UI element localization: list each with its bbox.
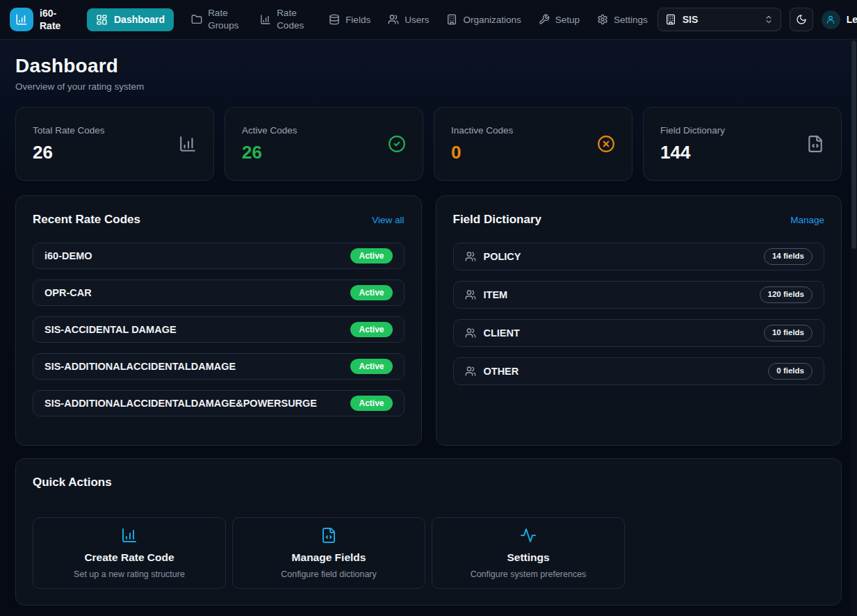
quick-actions-grid: Create Rate Code Set up a new rating str… [33,517,824,589]
nav-dashboard[interactable]: Dashboard [87,8,174,31]
database-icon [329,14,340,25]
field-category-row[interactable]: POLICY 14 fields [453,243,825,270]
quick-actions-panel: Quick Actions Create Rate Code Set up a … [15,458,842,606]
main-nav: Dashboard Rate Groups Rate Codes Fields … [87,7,648,31]
nav-organizations[interactable]: Organizations [446,14,521,25]
chevrons-up-down-icon [764,15,774,24]
organization-select[interactable]: SIS [658,8,781,31]
rate-code-row[interactable]: SIS-ADDITIONALACCIDENTALDAMAGE Active [33,353,405,380]
nav-fields[interactable]: Fields [329,14,370,25]
stat-card-active-codes: Active Codes 26 [225,107,423,181]
stat-label: Field Dictionary [660,125,725,136]
rate-code-row[interactable]: SIS-ACCIDENTAL DAMAGE Active [33,316,405,343]
scrollbar-thumb[interactable] [851,40,856,249]
layout-dashboard-icon [96,14,108,26]
status-badge: Active [350,248,392,264]
status-badge: Active [350,285,392,300]
theme-toggle-button[interactable] [790,8,813,31]
nav-users[interactable]: Users [388,14,429,25]
page-subtitle: Overview of your rating system [15,81,842,92]
quick-action-create-rate-code[interactable]: Create Rate Code Set up a new rating str… [33,517,226,589]
user-icon [826,15,835,24]
rate-code-row[interactable]: i60-DEMO Active [33,243,405,269]
user-name: Leon [847,14,857,25]
panel-title: Field Dictionary [453,213,542,227]
nav-organizations-label: Organizations [463,15,521,25]
nav-right-controls: SIS Leon [658,8,857,31]
nav-settings-label: Settings [614,15,648,25]
field-count-badge: 14 fields [764,248,813,265]
nav-rate-groups-label: Rate Groups [208,7,243,31]
panel-title: Quick Actions [33,476,824,489]
users-icon [465,289,476,300]
gear-icon [597,14,608,25]
nav-rate-groups[interactable]: Rate Groups [191,7,243,31]
rate-code-list: i60-DEMO Active OPR-CAR Active SIS-ACCID… [33,243,405,416]
nav-setup[interactable]: Setup [539,14,580,25]
stat-label: Total Rate Codes [33,125,105,136]
user-menu[interactable]: Leon [822,10,857,29]
users-icon [388,14,399,25]
nav-settings[interactable]: Settings [597,14,648,25]
quick-action-manage-fields[interactable]: Manage Fields Configure field dictionary [232,517,425,589]
field-count-badge: 10 fields [764,325,813,341]
x-circle-icon [597,135,615,153]
rate-code-row[interactable]: SIS-ADDITIONALACCIDENTALDAMAGE&POWERSURG… [33,390,405,416]
building-icon [665,14,676,25]
moon-icon [796,14,807,25]
field-count-badge: 120 fields [760,286,813,303]
nav-dashboard-label: Dashboard [114,14,165,25]
field-count-badge: 0 fields [768,363,813,380]
check-circle-icon [388,135,406,153]
nav-rate-codes[interactable]: Rate Codes [260,7,311,31]
quick-action-subtitle: Configure field dictionary [281,569,377,579]
brand[interactable]: i60-Rate [10,7,72,32]
rate-code-name: SIS-ACCIDENTAL DAMAGE [44,324,177,335]
stat-label: Inactive Codes [451,125,513,136]
wrench-icon [539,14,550,25]
rate-code-name: SIS-ADDITIONALACCIDENTALDAMAGE [44,361,236,372]
field-category-name: CLIENT [484,327,520,339]
rate-code-name: OPR-CAR [44,287,92,298]
quick-action-title: Create Rate Code [84,551,174,564]
bar-chart-icon [179,135,197,153]
file-code-icon [806,135,824,153]
users-icon [465,366,476,377]
users-icon [465,251,476,262]
main-content: Dashboard Overview of your rating system… [0,40,857,616]
field-dictionary-panel: Field Dictionary Manage POLICY 14 fields… [436,195,842,446]
manage-link[interactable]: Manage [790,215,824,225]
nav-rate-codes-label: Rate Codes [277,7,311,31]
status-badge: Active [350,396,392,411]
bar-chart-icon [121,527,138,544]
stat-value: 26 [33,142,105,163]
quick-action-settings[interactable]: Settings Configure system preferences [432,517,625,589]
quick-action-title: Manage Fields [292,551,366,564]
field-category-name: OTHER [484,366,519,377]
bar-chart-icon [15,13,28,26]
view-all-link[interactable]: View all [372,215,404,225]
nav-users-label: Users [405,15,429,25]
recent-rate-codes-panel: Recent Rate Codes View all i60-DEMO Acti… [15,195,422,446]
quick-action-subtitle: Set up a new rating structure [74,569,185,579]
brand-logo [10,8,33,31]
field-category-row[interactable]: OTHER 0 fields [453,357,825,385]
field-category-row[interactable]: CLIENT 10 fields [453,319,825,347]
status-badge: Active [350,322,392,337]
rate-code-name: i60-DEMO [44,250,92,261]
rate-code-row[interactable]: OPR-CAR Active [33,279,405,306]
brand-name: i60-Rate [40,7,72,32]
page-title: Dashboard [15,55,842,77]
file-code-icon [320,527,337,544]
stat-card-total-rate-codes: Total Rate Codes 26 [15,107,214,181]
stats-row: Total Rate Codes 26 Active Codes 26 Inac… [15,107,842,181]
panel-title: Recent Rate Codes [33,213,140,227]
users-icon [465,327,476,339]
stat-card-inactive-codes: Inactive Codes 0 [434,107,632,181]
folder-icon [191,14,202,25]
stat-label: Active Codes [242,125,297,136]
quick-action-title: Settings [507,551,549,564]
activity-icon [520,527,537,544]
field-category-row[interactable]: ITEM 120 fields [453,281,825,309]
top-navbar: i60-Rate Dashboard Rate Groups Rate Code… [0,0,857,40]
